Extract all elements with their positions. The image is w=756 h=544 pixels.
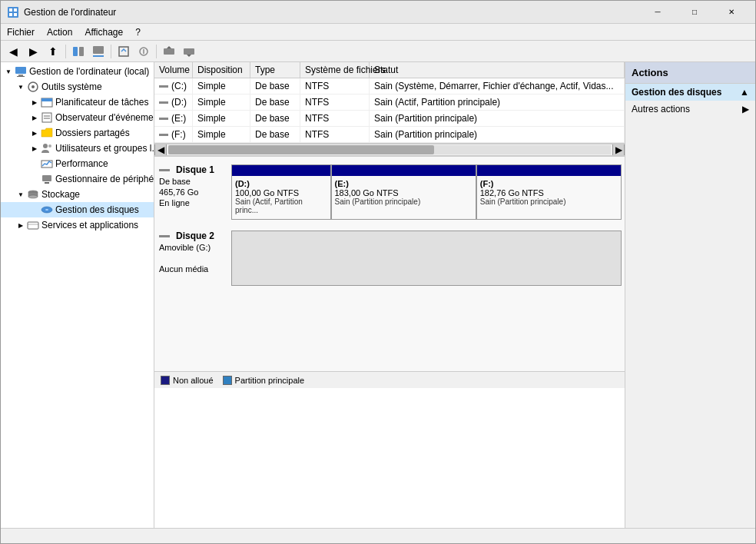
partition-f[interactable]: (F:) 182,76 Go NTFS Sain (Partition prin… [477, 165, 621, 219]
users-icon [41, 142, 53, 154]
toolbar-btn4[interactable] [134, 43, 153, 60]
cell-fs: NTFS [300, 78, 370, 94]
actions-item-autres[interactable]: Autres actions ▶ [625, 101, 755, 118]
svg-rect-14 [184, 48, 194, 55]
col-disposition-header[interactable]: Disposition [193, 62, 250, 78]
sidebar-performance[interactable]: Performance [1, 156, 154, 171]
disk2-empty [231, 231, 622, 286]
partition-d[interactable]: (D:) 100,00 Go NTFS Sain (Actif, Partiti… [232, 165, 332, 219]
sidebar-planificateur[interactable]: ▶ Planificateur de tâches [1, 95, 154, 110]
cell-type: De base [250, 95, 300, 110]
disk1-name: Disque 1 [176, 164, 214, 175]
col-volume-header[interactable]: Volume [154, 62, 193, 78]
partition-e-header [332, 165, 476, 176]
table-row[interactable]: (F:) Simple De base NTFS Sain (Partition… [154, 127, 625, 143]
scroll-track [168, 145, 611, 154]
list-scrollbar[interactable]: ◀ ▶ [154, 144, 625, 156]
disk-entry-2: Disque 2 Amovible (G:) Aucun média [154, 227, 625, 289]
cell-statut: Sain (Partition principale) [370, 111, 625, 126]
obs-arrow: ▶ [28, 114, 41, 121]
cell-disposition: Simple [193, 127, 250, 142]
main-window: Gestion de l'ordinateur ─ □ ✕ Fichier Ac… [0, 0, 756, 544]
cell-statut: Sain (Partition principale) [370, 127, 625, 142]
svg-rect-7 [93, 46, 104, 54]
table-row[interactable]: (C:) Simple De base NTFS Sain (Système, … [154, 78, 625, 95]
toolbar-btn6[interactable] [180, 43, 198, 60]
legend-main-box [223, 376, 232, 385]
gd-label: Gestion des disques [55, 204, 139, 215]
close-button[interactable]: ✕ [714, 2, 749, 22]
toolbar-btn3[interactable] [114, 43, 133, 60]
disk2-status: Aucun média [159, 264, 227, 274]
menu-affichage[interactable]: Affichage [78, 25, 129, 39]
actions-item-gestion-arrow: ▲ [740, 87, 749, 98]
partition-e-size: 183,00 Go NTFS [335, 188, 472, 197]
table-row[interactable]: (E:) Simple De base NTFS Sain (Partition… [154, 111, 625, 127]
actions-item-gestion-label: Gestion des disques [632, 87, 721, 98]
partition-f-size: 182,76 Go NTFS [480, 188, 618, 197]
cell-volume: (D:) [154, 95, 193, 110]
sidebar-stockage[interactable]: ▼ Stockage [1, 187, 154, 202]
root-label: Gestion de l'ordinateur (local) [29, 66, 149, 77]
disk1-partitions: (D:) 100,00 Go NTFS Sain (Actif, Partiti… [231, 164, 622, 220]
cell-type: De base [250, 127, 300, 142]
actions-item-gestion[interactable]: Gestion des disques ▲ [625, 84, 755, 101]
sidebar-utilisateurs[interactable]: ▶ Utilisateurs et groupes l... [1, 141, 154, 156]
actions-header: Actions [625, 62, 755, 84]
cell-disposition: Simple [193, 78, 250, 94]
toolbar-forward[interactable]: ▶ [24, 43, 42, 60]
gest-label: Gestionnaire de périphé... [55, 174, 154, 184]
partition-e[interactable]: (E:) 183,00 Go NTFS Sain (Partition prin… [332, 165, 477, 219]
planif-label: Planificateur de tâches [55, 97, 148, 108]
menu-help[interactable]: ? [129, 25, 147, 39]
svg-rect-1 [9, 8, 12, 12]
svg-rect-18 [17, 76, 25, 77]
col-fs-header[interactable]: Système de fichiers [300, 62, 370, 78]
svg-point-33 [28, 195, 38, 198]
partition-d-header [232, 165, 330, 176]
menu-fichier[interactable]: Fichier [1, 25, 41, 39]
scroll-thumb[interactable] [168, 145, 434, 154]
actions-panel: Actions Gestion des disques ▲ Autres act… [625, 62, 755, 528]
event-icon [41, 111, 53, 124]
outils-label: Outils système [41, 81, 102, 92]
toolbar-back[interactable]: ◀ [4, 43, 22, 60]
legend-unalloc-box [161, 376, 170, 385]
minimize-button[interactable]: ─ [640, 2, 675, 22]
disk-view: Disque 1 De base 465,76 Go En ligne (D:) [154, 156, 625, 371]
obs-label: Observateur d'événeme... [55, 112, 154, 123]
device-icon [41, 173, 53, 185]
menu-action[interactable]: Action [41, 25, 78, 39]
scroll-right-btn[interactable]: ▶ [612, 144, 625, 156]
disk-mgmt-icon [41, 204, 53, 216]
toolbar-show-hide[interactable] [69, 43, 88, 60]
sidebar-observateur[interactable]: ▶ Observateur d'événeme... [1, 110, 154, 125]
computer-icon [15, 65, 27, 78]
sidebar-outils-systeme[interactable]: ▼ Outils système [1, 79, 154, 95]
performance-icon [41, 158, 53, 170]
sidebar: ▼ Gestion de l'ordinateur (local) ▼ [1, 62, 154, 528]
col-statut-header[interactable]: Statut [370, 62, 625, 78]
toolbar-up[interactable]: ⬆ [44, 43, 62, 60]
perf-arrow [28, 161, 41, 168]
svg-rect-36 [28, 222, 38, 229]
toolbar-btn2[interactable] [89, 43, 108, 60]
sidebar-services[interactable]: ▶ Services et applications [1, 217, 154, 233]
svg-rect-5 [73, 47, 78, 56]
cell-fs: NTFS [300, 127, 370, 142]
sidebar-gestion-disques[interactable]: Gestion des disques [1, 202, 154, 217]
col-type-header[interactable]: Type [250, 62, 300, 78]
legend-main-label: Partition principale [235, 376, 305, 385]
legend-main: Partition principale [223, 376, 305, 385]
maximize-button[interactable]: □ [677, 2, 712, 22]
svg-rect-17 [18, 75, 23, 76]
svg-rect-16 [15, 67, 26, 74]
sidebar-gestionnaire[interactable]: Gestionnaire de périphé... [1, 171, 154, 187]
stockage-label: Stockage [41, 189, 80, 200]
performance-label: Performance [55, 158, 108, 169]
scroll-left-btn[interactable]: ◀ [154, 144, 167, 156]
sidebar-dossiers[interactable]: ▶ Dossiers partagés [1, 125, 154, 141]
toolbar-btn5[interactable] [160, 43, 178, 60]
table-row[interactable]: (D:) Simple De base NTFS Sain (Actif, Pa… [154, 95, 625, 111]
sidebar-root[interactable]: ▼ Gestion de l'ordinateur (local) [1, 64, 154, 79]
